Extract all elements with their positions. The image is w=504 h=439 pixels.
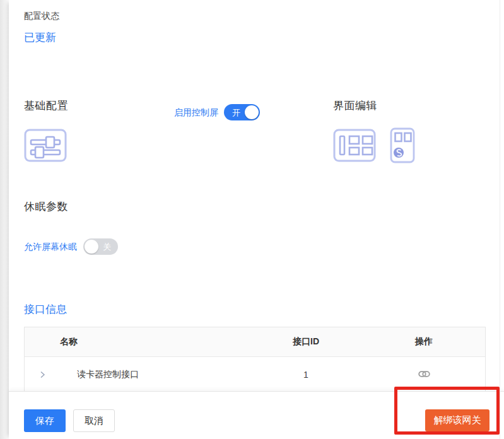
header-interface-id: 接口ID <box>249 336 363 348</box>
sliders-icon <box>24 155 67 164</box>
dashboard-layout-button[interactable] <box>333 129 376 162</box>
cancel-button[interactable]: 取消 <box>73 409 115 432</box>
page-gutter <box>0 0 9 439</box>
link-icon <box>418 370 430 380</box>
config-panel: 配置状态 已更新 基础配置 启用控制屏 开 界面编辑 <box>9 0 504 439</box>
toggle-knob <box>245 105 259 119</box>
config-status-label: 配置状态 <box>24 11 59 22</box>
row-name: 读卡器控制接口 <box>59 369 249 380</box>
allow-sleep-row: 允许屏幕休眠 关 <box>24 238 118 255</box>
save-button[interactable]: 保存 <box>24 409 66 432</box>
basic-config-title: 基础配置 <box>24 98 68 113</box>
header-actions: 操作 <box>363 336 485 348</box>
control-panel-button[interactable] <box>390 127 415 163</box>
config-status-value: 已更新 <box>24 30 56 45</box>
control-panel-icon <box>390 156 415 165</box>
enable-screen-toggle[interactable]: 开 <box>224 104 260 120</box>
table-header-row: 名称 接口ID 操作 <box>25 327 485 357</box>
ui-edit-title: 界面编辑 <box>333 98 377 113</box>
enable-screen-row: 启用控制屏 开 <box>174 104 260 120</box>
gateway-config-page: 配置状态 已更新 基础配置 启用控制屏 开 界面编辑 <box>0 0 504 439</box>
footer-bar: 保存 取消 解绑该网关 <box>9 391 504 439</box>
table-row: 读卡器控制接口 1 <box>25 357 485 391</box>
toggle-knob <box>85 240 98 254</box>
toggle-on-text: 开 <box>232 107 240 119</box>
link-action-button[interactable] <box>418 370 430 378</box>
sleep-params-title: 休眠参数 <box>24 199 68 214</box>
panel-right-edge <box>500 0 500 439</box>
dashboard-layout-icon <box>333 155 376 164</box>
interface-table: 名称 接口ID 操作 读卡器控制接口 1 <box>24 327 486 391</box>
row-interface-id: 1 <box>249 370 363 380</box>
toggle-off-text: 关 <box>103 242 111 253</box>
interface-info-title: 接口信息 <box>24 302 67 317</box>
basic-config-button[interactable] <box>24 129 67 162</box>
header-name: 名称 <box>59 336 249 348</box>
allow-sleep-toggle[interactable]: 关 <box>83 238 118 255</box>
chevron-right-icon[interactable] <box>37 370 47 380</box>
unbind-gateway-button[interactable]: 解绑该网关 <box>425 409 489 431</box>
enable-screen-label: 启用控制屏 <box>174 104 218 120</box>
allow-sleep-label: 允许屏幕休眠 <box>24 238 77 255</box>
